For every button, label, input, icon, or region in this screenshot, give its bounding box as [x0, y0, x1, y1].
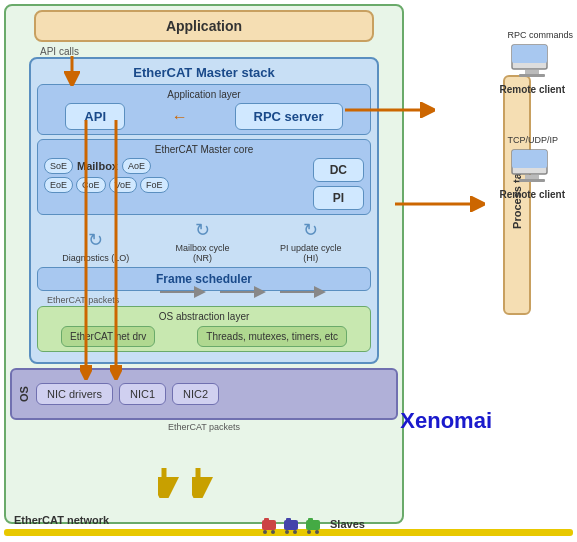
app-title: Application — [166, 18, 242, 34]
core-label: EtherCAT Master core — [44, 144, 364, 155]
application-box: Application — [34, 10, 374, 42]
pi-update-label: PI update cycle (HI) — [276, 243, 346, 263]
dc-box: DC — [313, 158, 364, 182]
mailbox-area: SoE Mailbox AoE EoE CoE VoE FoE — [44, 158, 169, 193]
mailbox-cycle: ↻ Mailbox cycle (NR) — [168, 219, 238, 263]
dc-pi-area: DC PI — [313, 158, 364, 210]
svg-rect-12 — [284, 520, 298, 530]
tcp-udp-label: TCP/UDP/IP — [507, 135, 558, 145]
threads-box: Threads, mutexes, timers, etc — [197, 326, 347, 347]
computer-icon-1 — [507, 42, 557, 82]
ethercat-network-label: EtherCAT network — [14, 514, 109, 526]
pi-cycle-icon: ↻ — [303, 219, 318, 241]
svg-rect-8 — [262, 520, 276, 530]
rpc-commands-label: RPC commands — [507, 30, 573, 40]
svg-rect-1 — [512, 45, 547, 63]
svg-point-15 — [293, 530, 297, 534]
svg-rect-13 — [286, 518, 291, 522]
stack-title: EtherCAT Master stack — [133, 65, 274, 80]
remote-client-2-label: Remote client — [499, 189, 565, 200]
remote-client-1-area: RPC commands Remote client — [499, 30, 573, 95]
mailbox-cycle-icon: ↻ — [195, 219, 210, 241]
pi-update-cycle: ↻ PI update cycle (HI) — [276, 219, 346, 263]
eoe-pill: EoE — [44, 177, 73, 193]
api-calls-arrow — [64, 56, 80, 86]
yellow-arrow-down-1 — [158, 468, 188, 498]
svg-rect-2 — [525, 70, 539, 74]
svg-point-10 — [263, 530, 267, 534]
mailbox-cycle-label: Mailbox cycle (NR) — [168, 243, 238, 263]
os-label: OS — [18, 374, 30, 414]
svg-rect-5 — [512, 150, 547, 168]
net-drv-box: EtherCAT net drv — [61, 326, 155, 347]
slaves-area: Slaves — [260, 514, 365, 534]
os-section: OS NIC drivers NIC1 NIC2 — [10, 368, 398, 420]
main-down-arrow-2 — [110, 120, 122, 380]
remote-client-2-area: TCP/UDP/IP Remote client — [499, 135, 573, 200]
ethercat-bottom-label: EtherCAT packets — [168, 422, 240, 432]
svg-point-19 — [315, 530, 319, 534]
nic1-box: NIC1 — [119, 383, 166, 405]
nic-row: NIC drivers NIC1 NIC2 — [36, 383, 390, 405]
api-rpc-row: API ← RPC server — [46, 103, 362, 130]
slaves-label: Slaves — [330, 518, 365, 530]
pi-box: PI — [313, 186, 364, 210]
rpc-right-arrow — [345, 102, 435, 118]
slave-icon-1 — [260, 514, 280, 534]
slave-icon-2 — [282, 514, 302, 534]
nic2-box: NIC2 — [172, 383, 219, 405]
nic-drivers-box: NIC drivers — [36, 383, 113, 405]
aoe-pill: AoE — [122, 158, 151, 174]
network-bottom: EtherCAT network Slaves — [0, 498, 577, 542]
svg-rect-7 — [519, 179, 545, 182]
tcp-right-arrow — [395, 196, 485, 212]
yellow-arrow-down-2 — [192, 468, 222, 498]
core-row: SoE Mailbox AoE EoE CoE VoE FoE DC PI — [44, 158, 364, 210]
rpc-box: RPC server — [235, 103, 343, 130]
app-layer-label: Application layer — [46, 89, 362, 100]
main-down-arrow-1 — [80, 120, 92, 380]
remote-client-2-block: Remote client — [499, 147, 565, 200]
rpc-left-arrow: ← — [172, 108, 188, 126]
remote-client-1-block: Remote client — [499, 42, 565, 95]
mailbox-label-row: SoE Mailbox AoE — [44, 158, 169, 174]
remote-client-1-label: Remote client — [499, 84, 565, 95]
foe-pill: FoE — [140, 177, 169, 193]
remote-section: RPC commands Remote client TCP/UDP/IP Re… — [499, 30, 573, 200]
computer-icon-2 — [507, 147, 557, 187]
svg-rect-9 — [264, 518, 269, 522]
cycle-gray-arrows — [150, 282, 330, 302]
svg-point-18 — [307, 530, 311, 534]
os-abs-row: EtherCAT net drv Threads, mutexes, timer… — [44, 326, 364, 347]
svg-rect-17 — [308, 518, 313, 522]
svg-point-14 — [285, 530, 289, 534]
svg-point-11 — [271, 530, 275, 534]
os-abs-label: OS abstraction layer — [44, 311, 364, 322]
xenomai-label: Xenomai — [400, 408, 492, 434]
svg-rect-6 — [525, 175, 539, 179]
slave-icon-3 — [304, 514, 324, 534]
soe-pill: SoE — [44, 158, 73, 174]
svg-rect-16 — [306, 520, 320, 530]
pills-row: EoE CoE VoE FoE — [44, 177, 169, 193]
svg-rect-3 — [519, 74, 545, 77]
